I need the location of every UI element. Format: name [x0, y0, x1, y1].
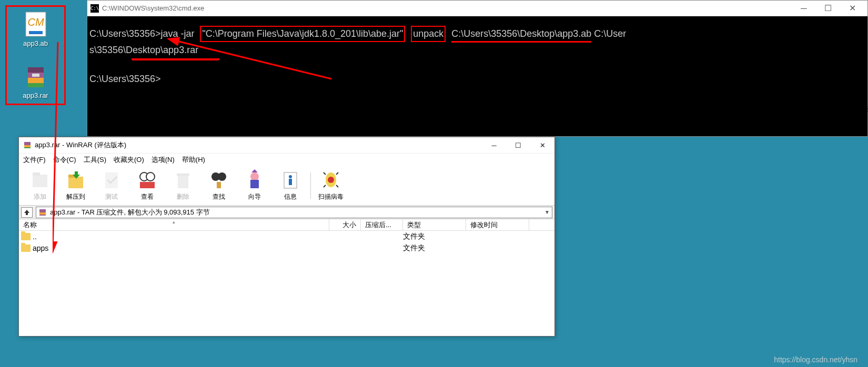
- folder-icon: [21, 233, 31, 240]
- watermark-text: https://blog.csdn.net/yhsn: [774, 355, 857, 364]
- cmd-text: java -jar: [161, 28, 195, 39]
- rar-icon: [38, 208, 47, 217]
- list-item[interactable]: apps 文件夹: [19, 242, 554, 254]
- winrar-menubar: 文件(F) 命令(C) 工具(S) 收藏夹(O) 选项(N) 帮助(H): [19, 153, 554, 166]
- virus-scan-icon: [320, 169, 341, 190]
- minimize-button[interactable]: ─: [482, 138, 506, 152]
- wizard-icon: [244, 169, 265, 190]
- svg-rect-2: [29, 31, 43, 34]
- toolbar-label: 扫描病毒: [318, 192, 344, 201]
- close-button[interactable]: ✕: [840, 1, 864, 16]
- svg-rect-12: [24, 147, 31, 148]
- svg-rect-7: [32, 74, 39, 77]
- toolbar-test: 测试: [96, 169, 127, 201]
- svg-rect-38: [39, 212, 46, 215]
- cmd-icon: C:\: [90, 4, 99, 13]
- header-name[interactable]: 名称▴: [19, 219, 329, 230]
- edge-text: 母: [862, 105, 868, 115]
- menu-favorites[interactable]: 收藏夹(O): [114, 155, 144, 165]
- winrar-toolbar: 添加 解压到 测试 查看 删除 查找 向导 信息 扫描病毒: [19, 166, 554, 206]
- header-mtime[interactable]: 修改时间: [466, 219, 529, 230]
- header-type[interactable]: 类型: [403, 219, 466, 230]
- menu-tools[interactable]: 工具(S): [84, 155, 106, 165]
- svg-rect-25: [217, 182, 221, 188]
- cmd-title: C:\WINDOWS\system32\cmd.exe: [102, 4, 792, 12]
- toolbar-scan-virus[interactable]: 扫描病毒: [315, 169, 347, 201]
- highlighted-unpack-arg: unpack: [411, 26, 446, 42]
- desktop-icon-app3-rar[interactable]: app3.rar: [9, 63, 62, 99]
- view-icon: [137, 169, 158, 190]
- svg-point-24: [218, 172, 226, 181]
- file-icon: CM: [23, 11, 49, 37]
- svg-rect-6: [28, 83, 44, 87]
- rar-icon: [23, 63, 49, 89]
- svg-rect-11: [24, 145, 31, 147]
- svg-text:CM: CM: [27, 16, 44, 28]
- svg-rect-5: [28, 78, 44, 83]
- up-button[interactable]: [21, 207, 33, 218]
- minimize-button[interactable]: ─: [792, 1, 816, 16]
- menu-file[interactable]: 文件(F): [23, 155, 46, 165]
- cmd-window: C:\ C:\WINDOWS\system32\cmd.exe ─ ☐ ✕ C:…: [87, 0, 868, 137]
- toolbar-label: 向导: [248, 192, 261, 201]
- winrar-window: app3.rar - WinRAR (评估版本) ─ ☐ ✕ 文件(F) 命令(…: [18, 137, 555, 337]
- winrar-titlebar[interactable]: app3.rar - WinRAR (评估版本) ─ ☐ ✕: [19, 137, 554, 153]
- svg-point-19: [146, 172, 155, 181]
- maximize-button[interactable]: ☐: [506, 138, 530, 152]
- svg-rect-30: [289, 179, 292, 185]
- toolbar-label: 测试: [105, 192, 118, 201]
- cmd-text: C:\User: [591, 28, 626, 39]
- winrar-path-bar: app3.rar - TAR 压缩文件, 解包大小为 9,093,915 字节 …: [19, 206, 554, 219]
- file-type: 文件夹: [403, 243, 466, 253]
- desktop-icon-label: app3.rar: [23, 91, 48, 99]
- cmd-prompt: C:\Users\35356>: [89, 28, 161, 39]
- svg-rect-15: [68, 177, 83, 188]
- close-button[interactable]: ✕: [530, 138, 554, 152]
- menu-options[interactable]: 选项(N): [152, 155, 175, 165]
- list-item[interactable]: .. 文件夹: [19, 231, 554, 242]
- toolbar-label: 查找: [213, 192, 225, 201]
- toolbar-label: 查看: [141, 192, 154, 201]
- folder-icon: [21, 244, 31, 252]
- menu-help[interactable]: 帮助(H): [182, 155, 205, 165]
- header-packed[interactable]: 压缩后...: [361, 219, 403, 230]
- toolbar-delete: 删除: [167, 169, 199, 201]
- cmd-text: s\35356\Desktop\: [89, 45, 163, 55]
- file-name: ..: [33, 232, 37, 241]
- toolbar-label: 信息: [284, 192, 297, 201]
- chevron-down-icon: ▼: [544, 209, 550, 215]
- svg-line-34: [324, 185, 326, 187]
- path-text: app3.rar - TAR 压缩文件, 解包大小为 9,093,915 字节: [50, 208, 210, 217]
- toolbar-wizard[interactable]: 向导: [239, 169, 270, 201]
- svg-point-36: [328, 177, 334, 183]
- extract-icon: [65, 169, 86, 190]
- toolbar-label: 解压到: [66, 192, 85, 201]
- toolbar-add: 添加: [24, 169, 56, 201]
- toolbar-label: 添加: [34, 192, 46, 201]
- delete-icon: [173, 169, 194, 190]
- svg-rect-27: [250, 180, 259, 188]
- toolbar-label: 删除: [177, 192, 189, 201]
- svg-rect-21: [178, 176, 188, 188]
- find-icon: [208, 169, 229, 190]
- cmd-titlebar[interactable]: C:\ C:\WINDOWS\system32\cmd.exe ─ ☐ ✕: [87, 1, 867, 16]
- desktop-icon-app3-ab[interactable]: CM app3.ab: [9, 11, 62, 47]
- toolbar-view[interactable]: 查看: [132, 169, 163, 201]
- file-type: 文件夹: [403, 232, 466, 241]
- maximize-button[interactable]: ☐: [816, 1, 840, 16]
- winrar-title: app3.rar - WinRAR (评估版本): [35, 140, 482, 150]
- file-name: apps: [33, 244, 48, 252]
- header-size[interactable]: 大小: [329, 219, 361, 230]
- toolbar-find[interactable]: 查找: [203, 169, 235, 201]
- desktop-icons-group: CM app3.ab app3.rar: [5, 5, 66, 105]
- cmd-prompt: C:\Users\35356>: [89, 74, 161, 84]
- cmd-body[interactable]: C:\Users\35356>java -jar "C:\Program Fil…: [87, 16, 867, 136]
- file-list-headers: 名称▴ 大小 压缩后... 类型 修改时间: [19, 219, 554, 231]
- sort-asc-icon: ▴: [173, 219, 175, 225]
- path-combo[interactable]: app3.rar - TAR 压缩文件, 解包大小为 9,093,915 字节 …: [36, 207, 552, 218]
- file-list: .. 文件夹 apps 文件夹: [19, 231, 554, 336]
- toolbar-extract[interactable]: 解压到: [60, 169, 92, 201]
- menu-command[interactable]: 命令(C): [53, 155, 76, 165]
- svg-line-35: [336, 185, 338, 187]
- toolbar-info[interactable]: 信息: [275, 169, 306, 201]
